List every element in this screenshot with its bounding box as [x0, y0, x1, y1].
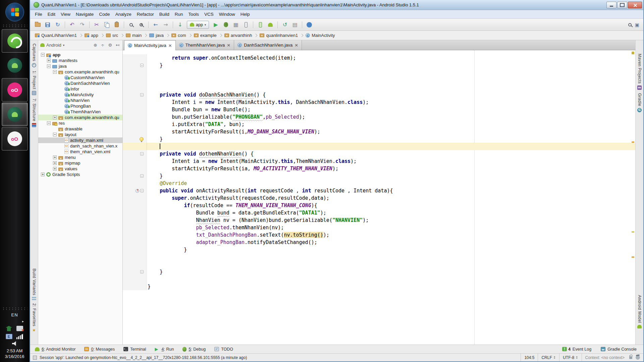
line-separator-selector[interactable]: CRLF↕	[538, 354, 559, 361]
bulb-icon[interactable]	[140, 137, 144, 141]
clock[interactable]: 2:53 AM 3/16/2016	[5, 348, 24, 359]
toolwindow-button-messages[interactable]: 0: Messages	[84, 347, 115, 352]
code-line[interactable]: bun.putSerializable("PHONGBAN",pb_Select…	[123, 113, 635, 121]
code-line[interactable]: Bundle bund = data.getBundleExtra("DATA1…	[123, 209, 635, 217]
breadcrumb-item-java[interactable]: java	[148, 32, 165, 39]
tab-themnhanvien-java[interactable]: CThemNhanVien.java×	[176, 40, 234, 50]
tree-item-values[interactable]: +values	[38, 166, 122, 172]
code-line[interactable]: super.onActivityResult(requestCode,resul…	[123, 194, 635, 202]
close-button[interactable]	[628, 2, 642, 8]
code-line[interactable]: }	[123, 283, 635, 290]
run-button[interactable]: ▶	[211, 20, 220, 29]
forward-button[interactable]: →	[161, 20, 170, 29]
tree-item-layout[interactable]: −layout	[38, 132, 122, 137]
search-everywhere-icon[interactable]	[628, 23, 632, 26]
copy-button[interactable]	[102, 20, 111, 29]
make-project-button[interactable]: ↓	[175, 20, 185, 29]
caret-position[interactable]: 104:5	[521, 354, 538, 361]
error-stripe[interactable]	[631, 50, 635, 345]
stripe-button-build-variants[interactable]: Build Variants	[32, 268, 37, 300]
menu-analyze[interactable]: Analyze	[113, 11, 134, 18]
stripe-button-gradle[interactable]: GradleG	[637, 93, 642, 112]
genymotion-button[interactable]: oO	[2, 78, 28, 102]
gradle-console-button[interactable]: Gradle Console	[601, 347, 637, 352]
back-button[interactable]: ←	[151, 20, 160, 29]
code-line[interactable]	[123, 69, 635, 76]
expand-icon[interactable]: +	[41, 173, 45, 176]
sync-gradle-button[interactable]: ↺	[280, 20, 289, 29]
code-line[interactable]: Bundle bun = new Bundle();	[123, 106, 635, 113]
breadcrumb-item-src[interactable]: src	[105, 32, 119, 39]
tree-item-mipmap[interactable]: +mipmap	[38, 160, 122, 166]
code-line[interactable]: private void doDanhSachNhanVien() {	[123, 91, 635, 99]
close-icon[interactable]: ×	[168, 43, 172, 48]
code-line[interactable]	[123, 84, 635, 91]
tree-item-phongban[interactable]: CPhongBan	[38, 103, 122, 109]
code-line[interactable]: startActivityForResult(i,MO_DANH_SACH_NH…	[123, 128, 635, 135]
tab-danhsachnhanvien-java[interactable]: CDanhSachNhanVien.java×	[234, 40, 302, 50]
code-line[interactable]: }	[123, 246, 635, 253]
help-button[interactable]	[305, 20, 314, 29]
context-indicator[interactable]: Context: <no context>	[582, 354, 628, 361]
breadcrumb-item-anvanthinh[interactable]: anvanthinh	[223, 32, 254, 39]
close-icon[interactable]: ×	[227, 43, 230, 48]
language-indicator[interactable]: EN	[11, 312, 18, 317]
tree-item-mainactivity[interactable]: CMainActivity	[38, 92, 122, 98]
title-bar[interactable]: QuanLiNhanVien1 - [E:\Downloads ubntu\An…	[30, 0, 643, 10]
code-line[interactable]: }	[123, 62, 635, 69]
collapse-icon[interactable]: −	[47, 64, 51, 68]
menu-navigate[interactable]: Navigate	[73, 11, 96, 18]
code-line[interactable]: }	[123, 172, 635, 180]
sync-tray-icon[interactable]	[6, 326, 12, 331]
tree-item-menu[interactable]: +menu	[38, 155, 122, 160]
breadcrumb-item-com[interactable]: com	[170, 32, 187, 39]
code-line[interactable]	[123, 261, 635, 268]
tree-item-com-example-anvanthinh-qu[interactable]: +com.example.anvanthinh.qu	[38, 115, 122, 120]
event-log-button[interactable]: 4 Event Log	[562, 347, 591, 352]
tab-mainactivity-java[interactable]: CMainActivity.java×	[124, 40, 176, 50]
replace-button[interactable]	[137, 20, 146, 29]
collapse-icon[interactable]: −	[53, 133, 57, 136]
breadcrumb-item-app[interactable]: app	[83, 32, 100, 39]
synchronize-button[interactable]: ↻	[53, 20, 62, 29]
expand-icon[interactable]: +	[53, 156, 57, 159]
code-line[interactable]: Intent i = new Intent(MainActivity.this,…	[123, 99, 635, 106]
tree-item-res[interactable]: −res	[38, 120, 122, 126]
menu-view[interactable]: View	[58, 11, 73, 18]
run-with-coverage-button[interactable]: ▦	[231, 20, 240, 29]
signal-tray-icon[interactable]	[16, 334, 23, 339]
tree-item-infor[interactable]: CInfor	[38, 86, 122, 92]
network-error-tray-icon[interactable]	[16, 326, 23, 331]
scrollbar-mark[interactable]	[632, 52, 634, 54]
toolbar-panel-icon[interactable]: ▣	[635, 22, 639, 27]
project-structure-button[interactable]: ▤	[290, 20, 300, 29]
code-line[interactable]	[123, 276, 635, 283]
tree-item-activity-main-xml[interactable]: activity_main.xml	[38, 137, 122, 143]
toolwindow-button-terminal[interactable]: Terminal	[123, 347, 146, 352]
code-line[interactable]: public void onActivityResult(int request…	[123, 187, 635, 194]
tree-item-java[interactable]: −java	[38, 63, 122, 69]
attach-debugger-button[interactable]	[241, 20, 251, 29]
show-hidden-icons-button[interactable]: ▸	[22, 319, 24, 323]
code-line[interactable]	[123, 253, 635, 261]
volume-icon[interactable]	[12, 341, 17, 346]
stripe-button-2-favorites[interactable]: 2: Favorites★	[32, 303, 37, 333]
gear-icon[interactable]: ⚙	[107, 43, 113, 48]
code-line[interactable]: i.putExtra("DATA", bun);	[123, 121, 635, 128]
genymotion-player-button[interactable]: oO	[2, 127, 28, 150]
tree-item-com-example-anvanthinh-qu[interactable]: −com.example.anvanthinh.qu	[38, 69, 122, 75]
cut-button[interactable]: ✂	[92, 20, 101, 29]
open-button[interactable]	[33, 20, 42, 29]
code-line[interactable]: NhanVien nv = (NhanVien)bund.getSerializ…	[123, 217, 635, 224]
code-line[interactable]: if(resultCode == THEM_NHAN_VIEN_THANH_CO…	[123, 202, 635, 209]
tree-item-manifests[interactable]: +manifests	[38, 58, 122, 63]
menu-refactor[interactable]: Refactor	[134, 11, 157, 18]
stripe-button-7-structure[interactable]: 7: Structure	[32, 99, 37, 127]
menu-code[interactable]: Code	[96, 11, 112, 18]
tree-item-drawable[interactable]: drawable	[38, 126, 122, 132]
project-view-selector[interactable]: Android	[46, 43, 61, 48]
tree-item-app[interactable]: −app	[38, 52, 122, 58]
code-line[interactable]: txt_DanhSachPhongBan.setText(nv.toString…	[123, 231, 635, 239]
tree-item-gradle-scripts[interactable]: +Gradle Scripts	[38, 172, 122, 177]
expand-icon[interactable]: +	[47, 59, 51, 62]
